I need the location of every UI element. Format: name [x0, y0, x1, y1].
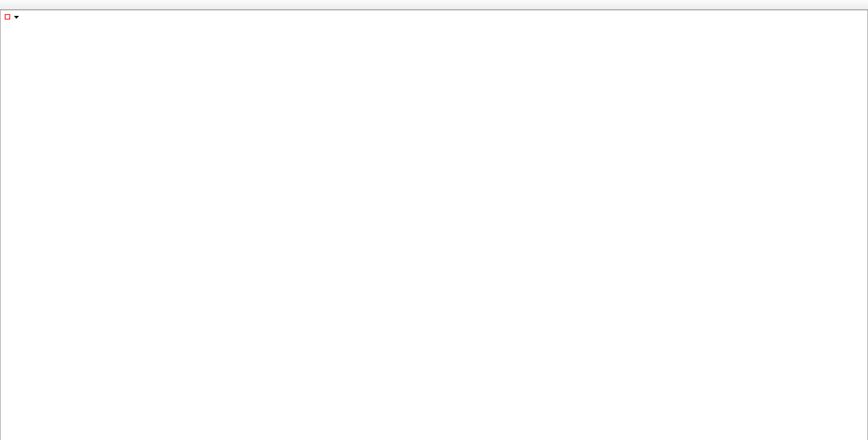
chart-window[interactable] [0, 10, 868, 440]
chart-canvas[interactable] [1, 10, 867, 440]
toolbar [0, 0, 868, 10]
chart-menu-triangle-icon[interactable] [14, 16, 19, 19]
mt4-application [0, 0, 868, 440]
line-anchor-square[interactable] [5, 14, 10, 19]
